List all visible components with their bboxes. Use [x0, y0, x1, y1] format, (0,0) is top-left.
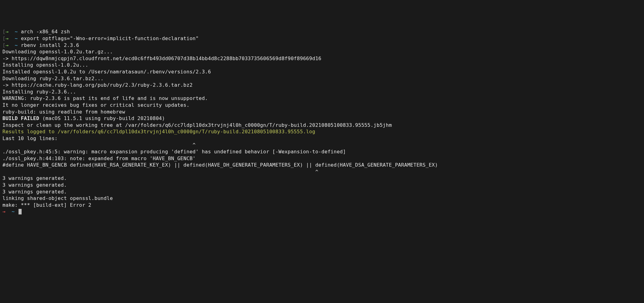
output-line: -> https://cache.ruby-lang.org/pub/ruby/… [2, 82, 642, 89]
bracket-open-icon: [ [2, 29, 6, 35]
output-line: 3 warnings generated. [2, 189, 642, 195]
output-line: make: *** [build-ext] Error 2 [2, 202, 642, 209]
output-line: 3 warnings generated. [2, 175, 642, 182]
output-line: Last 10 log lines: [2, 135, 642, 142]
arrow-icon: → [6, 29, 9, 35]
cursor-icon [19, 209, 22, 214]
build-failed-line: BUILD FAILED (macOS 11.5.1 using ruby-bu… [2, 115, 642, 122]
output-line: 3 warnings generated. [2, 182, 642, 189]
warning-line: WARNING: ruby-2.3.6 is past its end of l… [2, 95, 642, 102]
output-line: ruby-build: using readline from homebrew [2, 109, 642, 115]
output-line: Inspect or clean up the working tree at … [2, 122, 642, 129]
output-line: Downloading ruby-2.3.6.tar.bz2... [2, 75, 642, 82]
arrow-icon: → [6, 35, 9, 41]
output-line: -> https://dqw8nmjcqpjn7.cloudfront.net/… [2, 55, 642, 62]
bracket-open-icon: [ [2, 35, 6, 41]
tilde-icon: ~ [15, 29, 18, 35]
warning-line: It no longer receives bug fixes or criti… [2, 102, 642, 109]
arrow-icon: → [2, 209, 6, 214]
prompt-line-1: [→ ~ arch -x86_64 zsh [2, 28, 642, 35]
output-line: Installing ruby-2.3.6... [2, 89, 642, 95]
command-text: export optflags="-Wno-error=implicit-fun… [21, 35, 199, 41]
tilde-icon: ~ [12, 209, 15, 214]
command-text: arch -x86_64 zsh [21, 29, 70, 35]
prompt-line-current[interactable]: → ~ [2, 208, 642, 215]
arrow-icon: → [6, 42, 9, 48]
terminal-output[interactable]: [→ ~ arch -x86_64 zsh[→ ~ export optflag… [2, 28, 642, 215]
output-line: ./ossl_pkey.h:45:5: warning: macro expan… [2, 148, 642, 155]
output-line: ^ [2, 168, 642, 175]
output-line: ./ossl_pkey.h:44:103: note: expanded fro… [2, 155, 642, 162]
prompt-line-3: [→ ~ rbenv install 2.3.6 [2, 42, 642, 49]
bracket-open-icon: [ [2, 42, 6, 48]
build-failed-label: BUILD FAILED [2, 115, 39, 121]
prompt-line-2: [→ ~ export optflags="-Wno-error=implici… [2, 35, 642, 42]
tilde-icon: ~ [15, 42, 18, 48]
build-failed-detail: (macOS 11.5.1 using ruby-build 20210804) [39, 115, 165, 121]
output-line: Installing openssl-1.0.2u... [2, 62, 642, 68]
output-line: Downloading openssl-1.0.2u.tar.gz... [2, 48, 642, 55]
tilde-icon: ~ [15, 35, 18, 41]
output-line: #define HAVE_BN_GENCB defined(HAVE_RSA_G… [2, 162, 642, 168]
output-line: ^ [2, 142, 642, 148]
output-line: linking shared-object openssl.bundle [2, 195, 642, 202]
output-line: Installed openssl-1.0.2u to /Users/namra… [2, 68, 642, 75]
log-path-line: Results logged to /var/folders/q6/cc7ldp… [2, 128, 642, 135]
command-text: rbenv install 2.3.6 [21, 42, 79, 48]
